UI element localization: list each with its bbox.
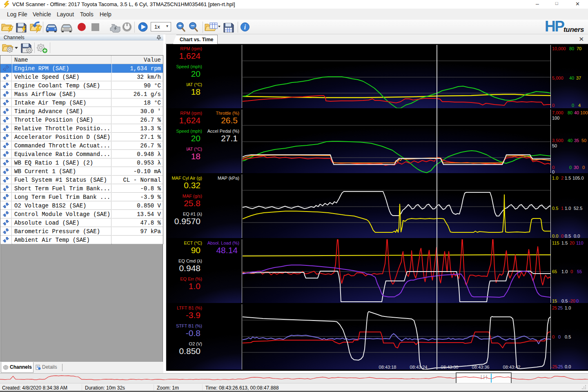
svg-text:i: i	[244, 24, 246, 31]
